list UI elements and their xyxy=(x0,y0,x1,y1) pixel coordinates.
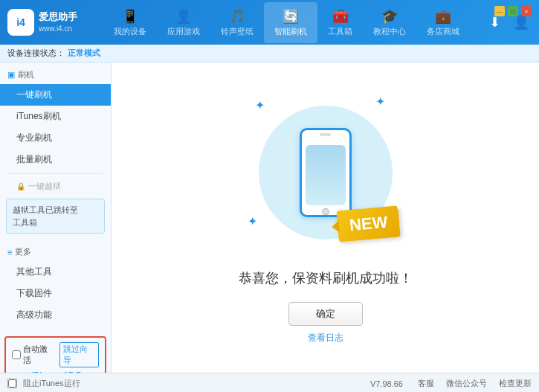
sidebar-notice: 越狱工具已跳转至工具箱 xyxy=(6,199,105,234)
ringtones-icon: 🎵 xyxy=(229,8,245,25)
sidebar-item-download-firmware[interactable]: 下载固件 xyxy=(0,283,111,304)
view-log-link[interactable]: 查看日志 xyxy=(308,332,343,344)
business-icon: 💼 xyxy=(435,8,451,25)
toolbox-icon: 🧰 xyxy=(332,8,349,25)
sidebar-item-other-tools[interactable]: 其他工具 xyxy=(0,261,111,283)
flash-section: ▣ 刷机 一键刷机 iTunes刷机 专业刷机 批量刷机 🔒 一键越狱 越狱工具… xyxy=(0,62,111,240)
footer-link-support[interactable]: 客服 xyxy=(418,378,434,389)
phone-screen xyxy=(306,145,346,205)
minimize-button[interactable]: — xyxy=(494,6,505,16)
main-area: ▣ 刷机 一键刷机 iTunes刷机 专业刷机 批量刷机 🔒 一键越狱 越狱工具… xyxy=(0,62,539,373)
itunes-checkbox-input[interactable] xyxy=(8,379,16,388)
version-text: V7.98.66 xyxy=(370,379,403,388)
nav-tab-my-device[interactable]: 📱我的设备 xyxy=(103,2,157,43)
logo-icon: i4 xyxy=(7,9,34,36)
sidebar: ▣ 刷机 一键刷机 iTunes刷机 专业刷机 批量刷机 🔒 一键越狱 越狱工具… xyxy=(0,62,112,373)
sparkle-icon-3: ✦ xyxy=(248,214,257,228)
footer-links: 客服 微信公众号 检查更新 xyxy=(418,378,532,389)
sidebar-divider xyxy=(7,173,103,174)
nav-tab-smart-flash[interactable]: 🔄智能刷机 xyxy=(264,2,317,43)
device-details: iPhone 15 Pro Max 512GB iPhone xyxy=(31,370,99,373)
my-device-icon: 📱 xyxy=(122,8,138,25)
sidebar-item-advanced[interactable]: 高级功能 xyxy=(0,304,111,326)
tutorials-icon: 🎓 xyxy=(381,8,398,25)
nav-tab-tutorials[interactable]: 🎓教程中心 xyxy=(363,2,416,43)
flash-section-header: ▣ 刷机 xyxy=(0,65,111,84)
device-section: 自动激活 跳过向导 📱 iPhone 15 Pro Max 512GB iPho… xyxy=(4,336,106,373)
device-model-name: iPhone 15 Pro Max xyxy=(31,370,99,373)
more-section-header: ≡ 更多 xyxy=(0,242,111,261)
guide-skip-button[interactable]: 跳过向导 xyxy=(59,342,99,367)
footer-link-refresh[interactable]: 检查更新 xyxy=(499,378,532,389)
footer-device: 阻止iTunes运行 xyxy=(7,378,355,389)
phone-illustration: ✦ ✦ ✦ NEW ★ xyxy=(244,91,407,254)
phone-camera xyxy=(320,133,331,136)
more-section: ≡ 更多 其他工具 下载固件 高级功能 xyxy=(0,240,111,329)
sidebar-disabled-jailbreak: 🔒 一键越狱 xyxy=(0,177,111,196)
itunes-label: 阻止iTunes运行 xyxy=(23,378,80,389)
close-button[interactable]: × xyxy=(521,6,532,16)
logo-text: 爱思助手 www.i4.cn xyxy=(39,10,77,34)
sidebar-item-one-click-flash[interactable]: 一键刷机 xyxy=(0,84,111,106)
auto-activate-label[interactable]: 自动激活 xyxy=(12,344,55,366)
apps-games-icon: 👤 xyxy=(175,8,192,25)
app-footer: 阻止iTunes运行 V7.98.66 客服 微信公众号 检查更新 xyxy=(0,373,539,392)
new-badge: NEW ★ xyxy=(337,205,401,242)
app-header: i4 爱思助手 www.i4.cn 📱我的设备👤应用游戏🎵铃声壁纸🔄智能刷机🧰工… xyxy=(0,0,539,45)
sidebar-item-batch-flash[interactable]: 批量刷机 xyxy=(0,149,111,170)
confirm-button[interactable]: 确定 xyxy=(288,302,363,326)
flash-section-icon: ▣ xyxy=(7,70,15,80)
smart-flash-icon: 🔄 xyxy=(283,8,299,25)
status-bar: 设备连接状态： 正常模式 xyxy=(0,45,539,62)
nav-tab-business[interactable]: 💼务店商城 xyxy=(416,2,470,43)
more-section-icon: ≡ xyxy=(7,248,12,257)
sidebar-item-itunes-flash[interactable]: iTunes刷机 xyxy=(0,106,111,127)
phone-home-button xyxy=(322,208,329,215)
sparkle-icon-1: ✦ xyxy=(255,98,265,112)
phone-body xyxy=(300,128,352,217)
nav-tab-apps-games[interactable]: 👤应用游戏 xyxy=(157,2,210,43)
nav-tab-ringtones[interactable]: 🎵铃声壁纸 xyxy=(210,2,264,43)
device-info-row: 📱 iPhone 15 Pro Max 512GB iPhone xyxy=(12,370,99,373)
success-message: 恭喜您，保资料刷机成功啦！ xyxy=(239,269,413,287)
itunes-checkbox[interactable] xyxy=(7,379,17,388)
maximize-button[interactable]: □ xyxy=(508,6,518,16)
main-content: ✦ ✦ ✦ NEW ★ 恭喜您，保资料刷机成功啦！ 确定 查看日志 xyxy=(112,62,539,373)
sparkle-icon-2: ✦ xyxy=(375,94,385,109)
auto-activate-checkbox[interactable] xyxy=(12,350,21,359)
lock-icon: 🔒 xyxy=(16,182,25,190)
device-options-row: 自动激活 跳过向导 xyxy=(12,342,99,367)
sidebar-item-pro-flash[interactable]: 专业刷机 xyxy=(0,127,111,149)
app-logo: i4 爱思助手 www.i4.cn xyxy=(7,9,89,36)
nav-tab-toolbox[interactable]: 🧰工具箱 xyxy=(317,2,363,43)
footer-link-wechat[interactable]: 微信公众号 xyxy=(446,378,487,389)
nav-tabs: 📱我的设备👤应用游戏🎵铃声壁纸🔄智能刷机🧰工具箱🎓教程中心💼务店商城 xyxy=(89,2,484,43)
